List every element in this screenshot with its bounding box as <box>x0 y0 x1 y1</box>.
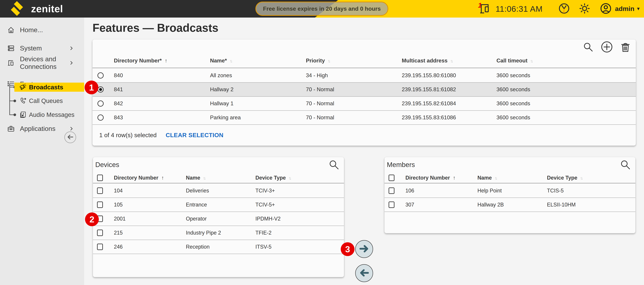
table-row[interactable]: 840 All zones 34 - High 239.195.155.80:6… <box>92 69 636 83</box>
system-icon <box>7 45 15 52</box>
cell-device-type: TFIE-2 <box>256 230 344 236</box>
column-header-priority[interactable]: Priority ↑↓ <box>306 58 402 64</box>
sidebar-item-home[interactable]: Home... <box>0 25 84 35</box>
admin-username: admin <box>615 5 634 12</box>
column-header-name[interactable]: Name ↑↓ <box>186 175 256 181</box>
devices-status-icon <box>478 13 492 15</box>
brand-name: zenitel <box>31 3 63 14</box>
cell-name: Parking area <box>210 114 306 121</box>
members-search-button[interactable] <box>620 159 631 171</box>
list-item[interactable]: 307 Hallway 2B ELSII-10HM <box>384 198 635 212</box>
row-checkbox[interactable] <box>388 202 394 208</box>
column-header-multicast-address[interactable]: Multicast address ↑↓ <box>402 58 496 64</box>
row-radio-checked[interactable] <box>98 86 104 93</box>
top-bar-right: 1 11:06:31 AM <box>478 0 640 17</box>
column-header-name[interactable]: Name ↑↓ <box>478 175 547 181</box>
brand-logo[interactable]: zenitel <box>8 0 63 17</box>
table-row-selected[interactable]: 841 Hallway 2 70 - Normal 239.195.155.81… <box>92 83 636 97</box>
column-header-name[interactable]: Name* ↑↓ <box>210 58 306 64</box>
column-header-directory-number[interactable]: Directory Number ↑ <box>406 175 478 181</box>
column-header-directory-number[interactable]: Directory Number* ↑ <box>114 58 210 64</box>
cell-directory-number: 307 <box>406 202 478 208</box>
account-button[interactable] <box>600 3 612 15</box>
list-item[interactable]: 215 Industry Pipe 2 TFIE-2 <box>93 226 344 240</box>
add-to-members-button[interactable] <box>355 240 373 258</box>
sidebar-item-system[interactable]: System <box>0 43 84 53</box>
cell-directory-number: 215 <box>114 230 186 236</box>
cell-device-type: TCIS-5 <box>547 188 635 194</box>
sort-asc-icon: ↑ <box>162 175 164 181</box>
cell-multicast-address: 239.195.155.81:61082 <box>402 86 496 93</box>
row-checkbox[interactable] <box>388 188 394 194</box>
devices-search-button[interactable] <box>328 159 340 171</box>
sun-icon <box>579 3 590 15</box>
cell-call-timeout: 3600 seconds <box>496 100 636 107</box>
cell-device-type: IPDMH-V2 <box>256 216 344 222</box>
table-row[interactable]: 842 Hallway 1 70 - Normal 239.195.155.82… <box>92 97 636 111</box>
list-item[interactable]: 2001 Operator IPDMH-V2 <box>93 212 344 226</box>
registered-devices-button[interactable]: 1 <box>478 2 492 15</box>
delete-button[interactable] <box>620 41 631 52</box>
add-broadcast-button[interactable] <box>601 41 613 53</box>
arrow-left-icon <box>358 267 370 280</box>
list-item[interactable]: 104 Deliveries TCIV-3+ <box>93 184 344 198</box>
sidebar-item-devices-and-connections[interactable]: Devices and Connections <box>0 55 84 71</box>
cell-name: Deliveries <box>186 188 256 194</box>
brightness-toggle-button[interactable] <box>579 3 590 15</box>
clear-selection-button[interactable]: CLEAR SELECTION <box>166 132 224 139</box>
sort-icon: ↑↓ <box>450 59 452 63</box>
row-radio[interactable] <box>98 72 104 78</box>
device-count-badge: 1 <box>478 1 482 9</box>
sidebar-item-broadcasts[interactable]: Broadcasts <box>14 83 84 92</box>
row-checkbox[interactable] <box>97 202 103 208</box>
list-item[interactable]: 106 Help Point TCIS-5 <box>384 184 635 198</box>
column-header-device-type[interactable]: Device Type ↑↓ <box>547 175 635 181</box>
list-item[interactable]: 246 Reception ITSV-5 <box>93 240 344 254</box>
table-row[interactable]: 843 Parking area 70 - Normal 239.195.155… <box>92 111 636 125</box>
cell-name: Reception <box>186 244 256 250</box>
sidebar-item-call-queues[interactable]: Call Queues <box>19 97 63 105</box>
column-header-directory-number[interactable]: Directory Number ↑ <box>114 175 186 181</box>
column-header-device-type[interactable]: Device Type ↑↓ <box>256 175 344 181</box>
arrow-right-icon <box>358 243 370 256</box>
cell-priority: 34 - High <box>306 72 402 78</box>
cell-directory-number: 2001 <box>114 216 186 222</box>
cell-call-timeout: 3600 seconds <box>496 86 636 93</box>
members-panel-titlebar: Members <box>384 157 635 173</box>
sidebar-item-audio-messages[interactable]: Audio Messages <box>19 111 74 118</box>
cell-name: Entrance <box>186 202 256 208</box>
row-checkbox[interactable] <box>97 230 103 236</box>
admin-menu[interactable]: admin ▼ <box>615 5 640 12</box>
chevron-right-icon <box>68 126 74 131</box>
row-radio[interactable] <box>98 114 104 121</box>
cell-device-type: ELSII-10HM <box>547 202 635 208</box>
search-button[interactable] <box>582 41 594 52</box>
sort-icon: ↑↓ <box>288 176 290 180</box>
row-checkbox[interactable] <box>97 244 103 250</box>
cell-directory-number: 841 <box>114 86 210 93</box>
row-checkbox[interactable] <box>97 188 103 194</box>
cell-name: Hallway 2 <box>210 86 306 93</box>
tree-line <box>9 83 10 115</box>
sidebar-item-label: Devices and Connections <box>20 55 71 70</box>
remove-from-members-button[interactable] <box>355 264 373 282</box>
cell-name: Operator <box>186 216 256 222</box>
select-all-checkbox[interactable] <box>97 175 103 181</box>
time-settings-button[interactable] <box>558 3 570 15</box>
cell-priority: 70 - Normal <box>306 114 402 121</box>
home-icon <box>7 26 15 34</box>
devices-panel-title: Devices <box>95 161 119 169</box>
broadcasts-table-header: Directory Number* ↑ Name* ↑↓ Priority ↑↓… <box>92 53 636 68</box>
devices-table-header: Directory Number ↑ Name ↑↓ Device Type ↑… <box>93 173 344 183</box>
zenitel-logo-icon <box>8 1 26 17</box>
list-item[interactable]: 105 Entrance TCIV-5+ <box>93 198 344 212</box>
sidebar-collapse-button[interactable] <box>64 131 76 143</box>
cell-directory-number: 105 <box>114 202 186 208</box>
cell-priority: 70 - Normal <box>306 86 402 93</box>
column-header-call-timeout[interactable]: Call timeout ↑↓ <box>496 58 636 64</box>
select-all-checkbox[interactable] <box>388 175 394 181</box>
sidebar-item-label: Broadcasts <box>29 84 63 91</box>
cell-directory-number: 840 <box>114 72 210 78</box>
table-toolbar <box>582 40 631 53</box>
row-radio[interactable] <box>98 100 104 107</box>
